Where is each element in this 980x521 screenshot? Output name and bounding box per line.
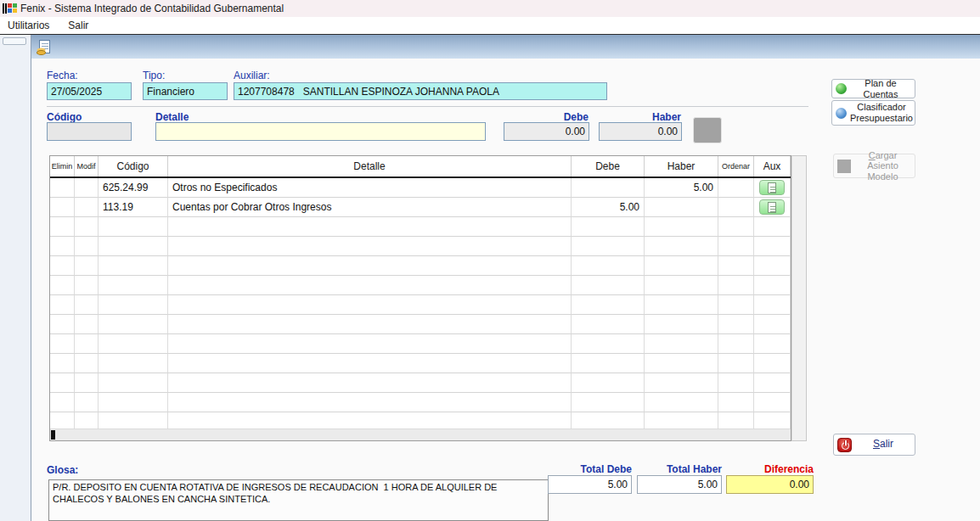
haber-input[interactable]: 0.00 <box>599 122 682 141</box>
table-row[interactable] <box>50 256 791 276</box>
table-cell <box>718 276 754 295</box>
table-cell <box>572 217 645 237</box>
table-cell <box>572 276 645 295</box>
column-header-6[interactable]: Ordenar <box>718 156 754 176</box>
haber-label: Haber <box>599 111 681 123</box>
column-header-0[interactable]: Elimin <box>50 156 75 176</box>
table-cell <box>75 315 99 334</box>
cargar-asiento-modelo-button[interactable]: Cargar Asiento Modelo <box>833 154 915 178</box>
table-cell-aux <box>754 295 791 315</box>
power-icon <box>837 438 852 452</box>
table-row[interactable] <box>50 334 791 354</box>
table-cell <box>50 256 75 276</box>
table-horizontal-scrollbar[interactable] <box>50 429 791 440</box>
table-cell: 113.19 <box>99 198 168 217</box>
titlebar: Fenix - Sistema Integrado de Contabilida… <box>0 0 980 17</box>
table-cell <box>168 295 572 315</box>
menu-utilitarios[interactable]: Utilitarios <box>8 20 49 31</box>
table-cell <box>50 315 75 334</box>
table-cell <box>645 256 718 276</box>
table-cell <box>50 373 75 393</box>
salir-button[interactable]: Salir <box>833 434 915 456</box>
codigo-input[interactable] <box>47 122 132 141</box>
table-cell <box>645 334 718 354</box>
table-cell <box>50 198 75 217</box>
tipo-input[interactable]: Financiero <box>143 82 228 100</box>
table-cell <box>572 315 645 334</box>
clasificador-presupuestario-button[interactable]: Clasificador Presupuestario <box>831 100 915 126</box>
column-header-1[interactable]: Modif <box>75 156 99 176</box>
table-row[interactable] <box>50 315 791 334</box>
table-row[interactable] <box>50 237 791 256</box>
detalle-label: Detalle <box>155 111 189 123</box>
table-cell <box>572 354 645 373</box>
scrollbar-thumb[interactable] <box>51 430 55 440</box>
table-row[interactable] <box>50 393 791 412</box>
debe-label: Debe <box>504 111 589 123</box>
table-cell-aux <box>754 354 791 373</box>
table-cell <box>572 334 645 354</box>
entry-action-button[interactable] <box>693 117 722 143</box>
salir-label: Salir <box>873 439 893 451</box>
table-cell <box>718 295 754 315</box>
table-cell-aux <box>754 217 791 237</box>
table-cell <box>645 198 718 217</box>
table-row[interactable] <box>50 354 791 373</box>
table-cell <box>99 276 168 295</box>
separator-line <box>47 106 808 107</box>
menu-salir[interactable]: Salir <box>68 20 88 31</box>
plan-de-cuentas-label: Plan de Cuentas <box>850 78 911 99</box>
aux-button[interactable] <box>759 199 785 215</box>
fecha-input[interactable]: 27/05/2025 <box>47 82 132 100</box>
left-side-panel <box>0 35 31 521</box>
green-sphere-icon <box>836 83 847 94</box>
debe-input[interactable]: 0.00 <box>504 122 589 141</box>
table-row[interactable] <box>50 217 791 237</box>
table-cell <box>718 373 754 393</box>
table-cell-aux <box>754 256 791 276</box>
column-header-7[interactable]: Aux <box>754 156 791 176</box>
total-debe-field: 5.00 <box>548 475 632 494</box>
column-header-2[interactable]: Código <box>99 156 168 176</box>
table-vertical-scrollbar[interactable] <box>791 155 807 441</box>
column-header-4[interactable]: Debe <box>572 156 645 176</box>
table-cell <box>645 354 718 373</box>
table-cell <box>645 393 718 412</box>
detalle-input[interactable] <box>155 122 486 141</box>
total-haber-label: Total Haber <box>637 463 722 475</box>
table-row[interactable] <box>50 276 791 295</box>
app-window-icon <box>3 3 16 14</box>
codigo-label: Código <box>47 111 82 123</box>
table-cell <box>718 315 754 334</box>
column-header-5[interactable]: Haber <box>645 156 718 176</box>
total-haber-field: 5.00 <box>637 475 722 494</box>
auxiliar-input[interactable]: 1207708478 SANTILLAN ESPINOZA JOHANNA PA… <box>234 82 607 100</box>
plan-de-cuentas-button[interactable]: Plan de Cuentas <box>831 79 915 98</box>
panel-grip[interactable] <box>3 37 26 45</box>
table-cell <box>99 237 168 256</box>
table-cell <box>75 393 99 412</box>
table-cell <box>50 295 75 315</box>
table-cell <box>50 178 75 198</box>
table-cell <box>75 237 99 256</box>
table-cell <box>99 315 168 334</box>
table-cell <box>572 373 645 393</box>
table-row[interactable]: 113.19Cuentas por Cobrar Otros Ingresos5… <box>50 198 791 217</box>
diferencia-field: 0.00 <box>726 475 814 494</box>
glosa-textarea[interactable]: P/R. DEPOSITO EN CUENTA ROTATIVA DE INGR… <box>48 479 549 521</box>
table-row[interactable] <box>50 295 791 315</box>
table-cell-aux <box>754 393 791 412</box>
table-cell <box>645 315 718 334</box>
table-cell <box>645 276 718 295</box>
table-cell <box>75 276 99 295</box>
table-cell: Cuentas por Cobrar Otros Ingresos <box>168 198 572 217</box>
table-cell <box>168 393 572 412</box>
table-row[interactable] <box>50 373 791 393</box>
table-cell <box>50 217 75 237</box>
column-header-3[interactable]: Detalle <box>168 156 572 176</box>
table-cell-aux <box>754 178 791 198</box>
print-report-icon[interactable] <box>39 40 50 53</box>
table-cell <box>75 373 99 393</box>
aux-button[interactable] <box>759 180 785 195</box>
table-row[interactable]: 625.24.99Otros no Especificados5.00 <box>50 178 791 198</box>
